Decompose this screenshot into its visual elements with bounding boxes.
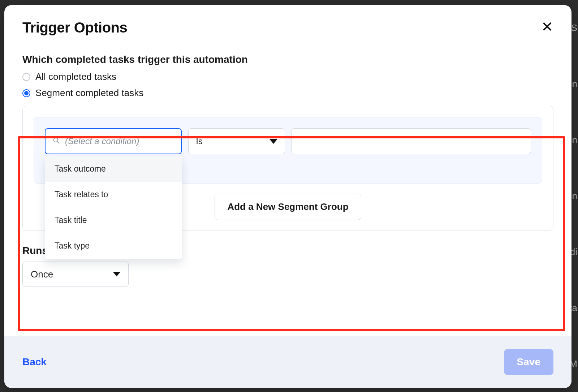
runs-select[interactable]: Once: [22, 262, 129, 287]
trigger-question: Which completed tasks trigger this autom…: [22, 54, 553, 65]
dropdown-item-task-outcome[interactable]: Task outcome: [45, 156, 182, 182]
radio-segment-label: Segment completed tasks: [35, 87, 143, 99]
dropdown-item-task-type[interactable]: Task type: [45, 233, 182, 259]
operator-value: Is: [196, 136, 203, 146]
search-icon: [53, 136, 60, 146]
segment-condition-row: (Select a condition) Is Task outcome Tas…: [34, 117, 542, 184]
dropdown-item-task-title[interactable]: Task title: [45, 207, 182, 233]
svg-line-1: [57, 142, 59, 143]
close-icon: ✕: [541, 19, 553, 35]
segment-container: (Select a condition) Is Task outcome Tas…: [22, 106, 553, 231]
runs-value: Once: [31, 269, 53, 280]
modal-header: Trigger Options ✕: [4, 5, 571, 43]
radio-icon-selected: [22, 89, 30, 97]
back-button[interactable]: Back: [22, 356, 47, 368]
dropdown-item-task-relates-to[interactable]: Task relates to: [45, 182, 182, 207]
radio-option-all[interactable]: All completed tasks: [22, 71, 553, 82]
caret-down-icon: [269, 139, 277, 144]
condition-placeholder: (Select a condition): [65, 136, 139, 146]
condition-select[interactable]: (Select a condition): [45, 128, 182, 154]
modal-body: Which completed tasks trigger this autom…: [4, 43, 571, 336]
modal-footer: Back Save: [4, 336, 571, 388]
operator-select[interactable]: Is: [188, 128, 285, 154]
add-segment-group-button[interactable]: Add a New Segment Group: [215, 194, 361, 220]
modal-title: Trigger Options: [22, 20, 127, 36]
close-button[interactable]: ✕: [541, 20, 553, 34]
condition-dropdown: Task outcome Task relates to Task title …: [45, 156, 182, 259]
caret-down-icon: [113, 272, 120, 276]
value-input[interactable]: [292, 128, 531, 154]
save-button[interactable]: Save: [504, 349, 553, 375]
radio-icon-unselected: [22, 73, 30, 81]
radio-option-segment[interactable]: Segment completed tasks: [22, 87, 553, 99]
radio-all-label: All completed tasks: [35, 71, 116, 82]
trigger-options-modal: Trigger Options ✕ Which completed tasks …: [4, 5, 571, 388]
